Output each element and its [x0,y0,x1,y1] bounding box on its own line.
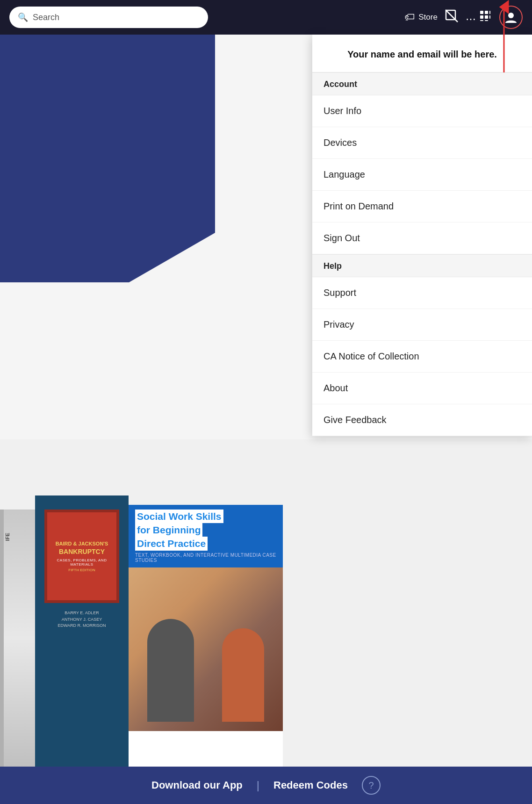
book-3-title: Social Work Skills for Beginning Direct … [135,510,276,551]
menu-item-sign-out[interactable]: Sign Out [312,223,532,254]
menu-item-about[interactable]: About [312,373,532,404]
book-2-edition: FIFTH EDITION [68,568,95,572]
separator: | [257,779,259,792]
help-section-label: Help [312,254,532,277]
menu-item-privacy[interactable]: Privacy [312,309,532,341]
svg-rect-4 [489,11,490,14]
svg-rect-7 [489,15,490,19]
menu-item-user-info[interactable]: User Info [312,95,532,127]
store-icon: 🏷 [404,11,415,23]
search-icon: 🔍 [18,12,28,22]
account-dropdown: Your name and email will be here. Accoun… [312,35,532,436]
navbar: 🔍 Search 🏷 Store ⋯ [0,0,532,35]
book-2-cover: BAIRD & JACKSON'S BANKRUPTCY CASES, PROB… [44,510,119,603]
book-1: IFE [0,510,35,767]
grid-menu-button[interactable]: ⋯ [466,9,492,25]
book-2: BAIRD & JACKSON'S BANKRUPTCY CASES, PROB… [35,495,129,767]
dropdown-header: Your name and email will be here. [312,35,532,72]
svg-rect-8 [480,20,483,21]
bottom-bar: Download our App | Redeem Codes ? [0,767,532,804]
books-area: IFE BAIRD & JACKSON'S BANKRUPTCY CASES, … [0,439,532,767]
account-section-label: Account [312,72,532,95]
book-2-top-label: BAIRD & JACKSON'S BANKRUPTCY [56,540,108,555]
book-3: Social Work Skills for Beginning Direct … [129,505,283,767]
book-3-photo [129,567,283,731]
person-2-silhouette [222,628,264,722]
store-button[interactable]: 🏷 Store [404,11,438,23]
profile-button[interactable] [499,6,523,29]
menu-item-support[interactable]: Support [312,277,532,309]
search-input-label: Search [33,13,59,22]
book-1-text: IFE [5,533,10,541]
svg-rect-5 [480,15,483,19]
hero-background [0,35,215,282]
svg-rect-2 [480,11,483,14]
help-icon: ? [368,780,374,791]
svg-rect-6 [485,15,488,19]
menu-item-devices[interactable]: Devices [312,127,532,159]
notifications-icon [445,9,458,25]
store-label: Store [418,13,438,22]
redeem-codes-label[interactable]: Redeem Codes [273,779,348,791]
book-3-header: Social Work Skills for Beginning Direct … [129,505,283,567]
download-app-label[interactable]: Download our App [151,779,243,791]
menu-item-ca-notice[interactable]: CA Notice of Collection [312,341,532,373]
svg-rect-9 [485,20,488,21]
search-bar[interactable]: 🔍 Search [9,7,208,28]
menu-item-print-on-demand[interactable]: Print on Demand [312,191,532,223]
menu-item-give-feedback[interactable]: Give Feedback [312,404,532,436]
notifications-button[interactable] [445,9,458,25]
svg-rect-3 [485,11,488,14]
book-2-authors: BARRY E. ADLER ANTHONY J. CASEY EDWARD R… [58,610,106,629]
grid-icon: ⋯ [466,9,492,25]
person-1-silhouette [147,619,194,722]
help-button[interactable]: ? [362,776,381,795]
book-2-subtitle: CASES, PROBLEMS, AND MATERIALS [52,558,112,567]
svg-point-10 [508,13,514,18]
book-3-subtitle: TEXT, WORKBOOK, AND INTERACTIVE MULTIMED… [135,553,276,563]
menu-item-language[interactable]: Language [312,159,532,191]
account-name-email-placeholder: Your name and email will be here. [324,48,521,61]
